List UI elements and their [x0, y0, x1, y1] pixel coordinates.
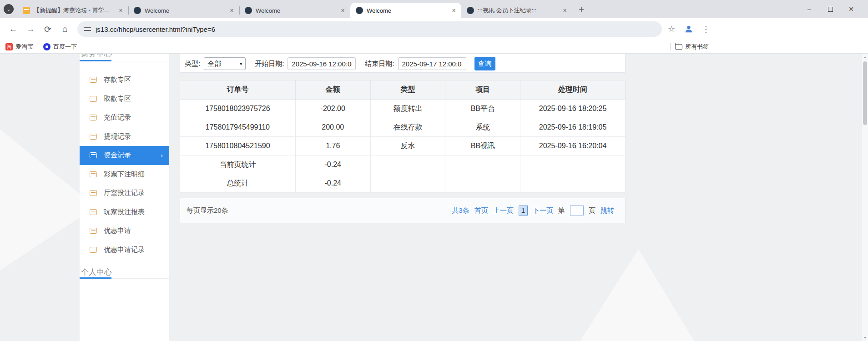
- tab-strip: ⌄ 【新提醒】海燕论坛 - 博学交流... × Welcome × Welcom…: [0, 0, 868, 18]
- page-scrollbar[interactable]: ▲ ▼: [862, 54, 868, 341]
- reload-button[interactable]: ⟳: [40, 21, 56, 37]
- address-bar[interactable]: js13.cc/hhcp/usercenter.html?iniType=6: [77, 21, 662, 37]
- tab-close-icon[interactable]: ×: [117, 7, 125, 15]
- minimize-button[interactable]: –: [799, 0, 820, 18]
- scroll-down-icon[interactable]: ▼: [862, 334, 868, 341]
- records-table: 订单号 金额 类型 项目 处理时间 1758018023975726 -202.…: [180, 80, 626, 193]
- folder-icon: [675, 44, 682, 50]
- star-icon: ☆: [668, 24, 675, 34]
- tab-close-icon[interactable]: ×: [339, 7, 347, 15]
- withdraw-icon: [90, 96, 97, 102]
- scrollbar-thumb[interactable]: [863, 61, 867, 125]
- bookmark-baidu[interactable]: 百度一下: [43, 43, 77, 51]
- lottery-detail-icon: [90, 171, 97, 177]
- cell-label: 当前页统计: [180, 155, 296, 174]
- cell-type: 反水: [370, 137, 445, 155]
- site-info-icon[interactable]: [84, 26, 91, 32]
- home-button[interactable]: ⌂: [57, 21, 73, 37]
- pagination-controls: 共3条 首页 上一页 1 下一页 第 页 跳转: [452, 205, 614, 216]
- sidebar-item-recharge-record[interactable]: 充值记录: [80, 108, 169, 127]
- cell-project: BB平台: [445, 100, 520, 118]
- table-row: 1758010804521590 1.76 反水 BB视讯 2025-09-16…: [180, 137, 626, 155]
- cell-project: 系统: [445, 118, 520, 137]
- forum-favicon-icon: [23, 7, 30, 14]
- jump-prefix-label: 第: [558, 206, 565, 215]
- tab-close-icon[interactable]: ×: [450, 7, 458, 15]
- column-header-order: 订单号: [180, 80, 296, 100]
- baidu-icon: [43, 43, 50, 50]
- next-page-link[interactable]: 下一页: [533, 206, 553, 215]
- tab-close-icon[interactable]: ×: [561, 7, 569, 15]
- back-button[interactable]: ←: [5, 21, 21, 37]
- maximize-icon: [828, 7, 833, 12]
- tab-bet-records[interactable]: :::视讯 会员下注纪录::: ×: [461, 3, 572, 18]
- kebab-menu-icon: ⋮: [702, 24, 711, 35]
- scroll-up-icon[interactable]: ▲: [862, 54, 868, 60]
- tab-welcome-1[interactable]: Welcome ×: [128, 3, 239, 18]
- jump-button[interactable]: 跳转: [601, 206, 614, 215]
- all-bookmarks-button[interactable]: 所有书签: [675, 43, 709, 51]
- pagination-bar: 每页显示20条 共3条 首页 上一页 1 下一页 第 页 跳转: [180, 198, 626, 223]
- cell-amount: -0.24: [295, 174, 370, 193]
- bookmark-star-button[interactable]: ☆: [664, 21, 679, 37]
- type-select[interactable]: 全部 ▾: [204, 57, 246, 70]
- sidebar-section-finance: 财务中心: [80, 54, 169, 60]
- close-window-button[interactable]: ✕: [841, 0, 862, 18]
- sidebar-item-lottery-detail[interactable]: 彩票下注明细: [80, 165, 169, 184]
- chevron-right-icon: ›: [161, 151, 163, 159]
- prev-page-link[interactable]: 上一页: [493, 206, 514, 215]
- profile-button[interactable]: [681, 21, 696, 37]
- sidebar-item-promo-record[interactable]: 优惠申请记录: [80, 241, 169, 260]
- table-row: 1758017945499110 200.00 在线存款 系统 2025-09-…: [180, 118, 626, 137]
- all-bookmarks-label: 所有书签: [685, 43, 709, 51]
- sidebar-item-player-report[interactable]: 玩家投注报表: [80, 203, 169, 222]
- column-header-time: 处理时间: [520, 80, 626, 100]
- browser-menu-button[interactable]: ⋮: [698, 21, 714, 37]
- sidebar-item-withdraw[interactable]: 取款专区: [80, 90, 169, 109]
- browser-window: ⌄ 【新提醒】海燕论坛 - 博学交流... × Welcome × Welcom…: [0, 0, 868, 341]
- bookmark-taobao[interactable]: 淘 爱淘宝: [5, 43, 33, 51]
- page-content: 财务中心 存款专区 取款专区 充值记录 提现记录: [0, 54, 868, 341]
- cell-project: BB视讯: [445, 137, 520, 155]
- main-panel: 类型: 全部 ▾ 开始日期: 结束日期: 查询 订单号 金额 类型: [180, 54, 626, 223]
- forward-button[interactable]: →: [23, 21, 38, 37]
- player-report-icon: [90, 209, 97, 215]
- sidebar-item-withdraw-record[interactable]: 提现记录: [80, 127, 169, 146]
- decorative-triangle: [571, 249, 721, 341]
- cell-empty: [445, 155, 520, 174]
- sidebar-item-funds-record[interactable]: 资金记录 ›: [80, 146, 169, 165]
- cell-time: 2025-09-16 16:20:04: [520, 137, 626, 155]
- window-controls: – ✕: [799, 0, 862, 18]
- end-date-input[interactable]: [398, 57, 466, 70]
- page-jump-input[interactable]: [570, 205, 584, 216]
- end-date-label: 结束日期:: [365, 60, 394, 68]
- tab-title: :::视讯 会员下注纪录:::: [478, 6, 557, 15]
- new-tab-button[interactable]: +: [575, 3, 588, 16]
- bookmark-label: 爱淘宝: [15, 43, 33, 51]
- sidebar-item-deposit[interactable]: 存款专区: [80, 70, 169, 90]
- tab-forum[interactable]: 【新提醒】海燕论坛 - 博学交流... ×: [17, 3, 128, 18]
- cell-amount: -202.00: [295, 100, 370, 118]
- sidebar-item-hall-bets[interactable]: 厅室投注记录: [80, 184, 169, 203]
- maximize-button[interactable]: [820, 0, 841, 18]
- tab-welcome-active[interactable]: Welcome ×: [350, 3, 461, 18]
- bookmarks-right: 所有书签: [670, 43, 709, 51]
- query-button[interactable]: 查询: [474, 57, 495, 70]
- site-favicon-icon: [356, 7, 363, 14]
- site-favicon-icon: [245, 7, 252, 14]
- table-row-page-total: 当前页统计 -0.24: [180, 155, 626, 174]
- deposit-icon: [90, 77, 97, 83]
- tab-welcome-2[interactable]: Welcome ×: [239, 3, 350, 18]
- withdraw-record-icon: [90, 134, 97, 140]
- start-date-input[interactable]: [288, 57, 356, 70]
- tab-search-button[interactable]: ⌄: [4, 4, 14, 14]
- promo-record-icon: [90, 247, 97, 253]
- cell-order: 1758018023975726: [180, 100, 296, 118]
- profile-avatar-icon: [684, 24, 694, 34]
- tab-title: Welcome: [145, 7, 224, 14]
- sidebar-item-promo-apply[interactable]: 优惠申请: [80, 221, 169, 241]
- cell-type: 在线存款: [370, 118, 445, 137]
- tab-close-icon[interactable]: ×: [228, 7, 236, 15]
- cell-order: 1758017945499110: [180, 118, 296, 137]
- first-page-link[interactable]: 首页: [474, 206, 488, 215]
